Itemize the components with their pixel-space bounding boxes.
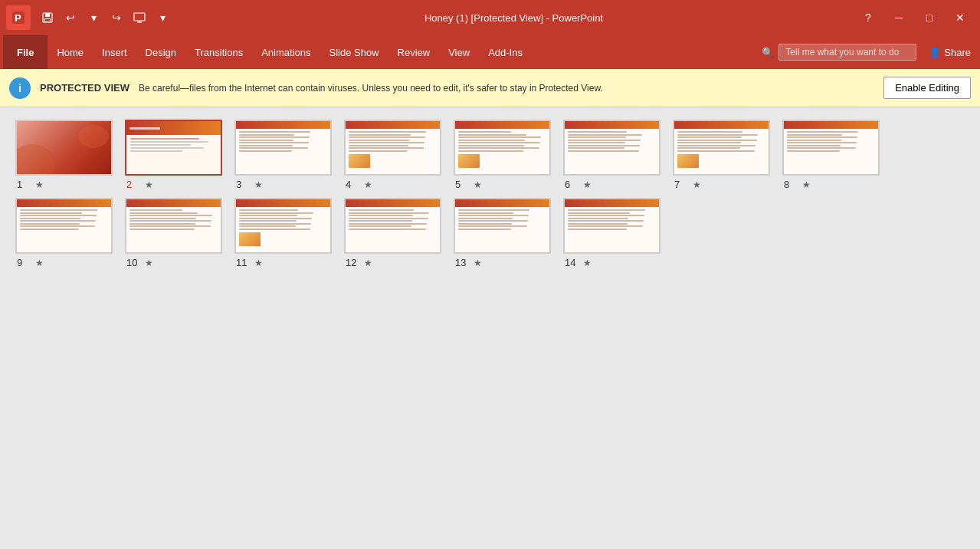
slide-number-row: 14★	[563, 257, 592, 268]
help-button[interactable]: ?	[854, 7, 882, 28]
protected-view-message: Be careful—files from the Internet can c…	[139, 83, 874, 94]
slide-star[interactable]: ★	[254, 179, 263, 190]
slide-number-row: 6★	[563, 179, 592, 190]
svg-point-10	[78, 125, 109, 148]
slide-item[interactable]: 5★	[454, 120, 551, 190]
enable-editing-button[interactable]: Enable Editing	[883, 77, 971, 99]
slide-item[interactable]: 8★	[782, 120, 880, 190]
search-icon: 🔍	[762, 47, 774, 58]
slide-item[interactable]: 10★	[125, 198, 222, 268]
undo-dropdown-button[interactable]: ▾	[83, 7, 104, 28]
slide-item[interactable]: 9★	[15, 198, 113, 268]
slide-star[interactable]: ★	[474, 179, 482, 190]
slide-star[interactable]: ★	[802, 179, 811, 190]
powerpoint-icon: P	[6, 5, 31, 30]
tab-design[interactable]: Design	[136, 35, 185, 69]
tab-addins[interactable]: Add-Ins	[479, 35, 532, 69]
slide-item[interactable]: 1★	[15, 120, 113, 190]
slide-number: 4	[346, 179, 361, 190]
slide-item[interactable]: 3★	[234, 120, 332, 190]
slide-thumbnail	[125, 198, 222, 254]
tab-slideshow[interactable]: Slide Show	[320, 35, 388, 69]
ribbon-search-area: 🔍	[755, 35, 923, 69]
present-button[interactable]	[129, 7, 150, 28]
restore-button[interactable]: □	[916, 7, 943, 28]
slide-thumbnail	[563, 198, 660, 254]
slide-thumbnail	[125, 120, 222, 176]
slide-star[interactable]: ★	[254, 258, 263, 268]
slide-number-row: 8★	[782, 179, 811, 190]
customize-toolbar-button[interactable]: ▾	[152, 7, 173, 28]
slide-number: 3	[236, 179, 251, 190]
slide-number: 13	[455, 257, 470, 268]
quick-access-toolbar: ↩ ▾ ↪ ▾	[37, 7, 173, 28]
slide-number-row: 1★	[15, 179, 44, 190]
slide-star[interactable]: ★	[35, 258, 44, 268]
slide-number-row: 7★	[673, 179, 701, 190]
slide-thumbnail	[344, 198, 441, 254]
slide-grid: 1★ 2★ 3★ 4★ 5★ 6★ 7★ 8★ 9★ 10★ 11★ 12★ 1…	[15, 120, 965, 268]
slide-number-row: 13★	[454, 257, 482, 268]
slide-number-row: 11★	[234, 257, 263, 268]
slide-thumbnail	[563, 120, 660, 176]
tab-insert[interactable]: Insert	[93, 35, 136, 69]
slide-number-row: 3★	[234, 179, 263, 190]
slide-thumbnail	[454, 120, 551, 176]
slide-thumbnail	[15, 120, 113, 176]
tab-transitions[interactable]: Transitions	[185, 35, 252, 69]
slide-star[interactable]: ★	[35, 179, 44, 190]
slide-item[interactable]: 2★	[125, 120, 222, 190]
slide-item[interactable]: 7★	[673, 120, 770, 190]
slide-number: 6	[565, 179, 580, 190]
slide-item[interactable]: 6★	[563, 120, 660, 190]
slide-star[interactable]: ★	[583, 258, 592, 268]
undo-button[interactable]: ↩	[60, 7, 81, 28]
slide-number: 8	[784, 179, 799, 190]
minimize-button[interactable]: ─	[885, 7, 913, 28]
svg-rect-6	[134, 13, 145, 21]
slide-star[interactable]: ★	[583, 179, 592, 190]
slide-item[interactable]: 13★	[454, 198, 551, 268]
tab-home[interactable]: Home	[48, 35, 93, 69]
slide-star[interactable]: ★	[145, 179, 153, 190]
share-icon: 👤	[929, 47, 941, 58]
slide-item[interactable]: 14★	[563, 198, 660, 268]
slide-number: 5	[455, 179, 470, 190]
tab-file[interactable]: File	[3, 35, 48, 69]
slide-thumbnail	[234, 198, 332, 254]
slide-number-row: 2★	[125, 179, 153, 190]
title-bar-left: P ↩ ▾ ↪ ▾	[6, 5, 173, 30]
tab-view[interactable]: View	[439, 35, 479, 69]
title-bar: P ↩ ▾ ↪ ▾ Honey (1) [Protected View] - P…	[0, 0, 980, 35]
slide-item[interactable]: 4★	[344, 120, 441, 190]
save-button[interactable]	[37, 7, 58, 28]
svg-rect-5	[45, 19, 50, 21]
slide-number-row: 12★	[344, 257, 372, 268]
slide-number: 14	[565, 257, 580, 268]
tab-animations[interactable]: Animations	[252, 35, 320, 69]
slide-star[interactable]: ★	[364, 258, 372, 268]
slide-grid-area: 1★ 2★ 3★ 4★ 5★ 6★ 7★ 8★ 9★ 10★ 11★ 12★ 1…	[0, 107, 980, 549]
slide-thumbnail	[454, 198, 551, 254]
slide-number: 11	[236, 257, 251, 268]
slide-star[interactable]: ★	[474, 258, 482, 268]
slide-number: 1	[17, 179, 32, 190]
share-button[interactable]: 👤 Share	[923, 35, 977, 69]
slide-number-row: 10★	[125, 257, 153, 268]
info-icon: i	[9, 77, 31, 99]
slide-item[interactable]: 11★	[234, 198, 332, 268]
slide-item[interactable]: 12★	[344, 198, 441, 268]
slide-thumbnail	[15, 198, 113, 254]
slide-star[interactable]: ★	[145, 258, 153, 268]
slide-number-row: 5★	[454, 179, 482, 190]
slide-star[interactable]: ★	[693, 179, 701, 190]
slide-thumbnail	[344, 120, 441, 176]
close-button[interactable]: ✕	[946, 7, 974, 28]
search-input[interactable]	[778, 44, 916, 61]
redo-button[interactable]: ↪	[106, 7, 127, 28]
slide-number: 7	[674, 179, 690, 190]
tab-review[interactable]: Review	[388, 35, 440, 69]
ribbon-bar: File Home Insert Design Transitions Anim…	[0, 35, 980, 69]
slide-star[interactable]: ★	[364, 179, 372, 190]
slide-number: 2	[126, 179, 142, 190]
